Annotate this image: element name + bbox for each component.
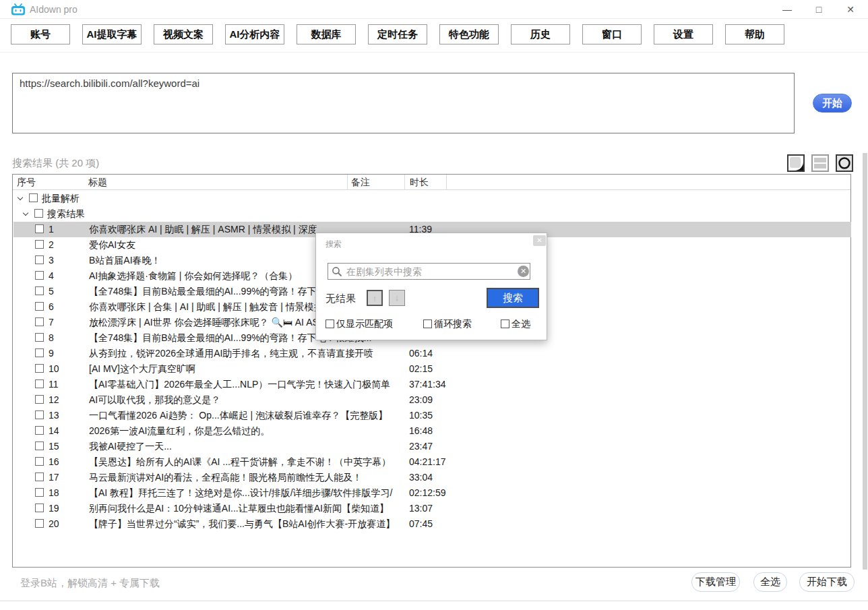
table-row[interactable]: 16【吴恩达】给所有人的AI课《AI ...程干货讲解，拿走不谢！（中英字幕）0… [13, 454, 851, 470]
checkbox-icon[interactable] [423, 319, 432, 328]
tree-node-search-results[interactable]: 搜索结果 [13, 206, 850, 222]
row-checkbox[interactable] [35, 286, 44, 295]
app-window: AIdown pro — □ ✕ 账号AI提取字幕视频文案AI分析内容数据库定时… [0, 0, 868, 610]
table-row[interactable]: 11【AI零基础入门】2026年最全人工...NLP）一口气学完！快速入门极简单… [13, 377, 851, 392]
toolbar-button-account[interactable]: 账号 [11, 24, 70, 44]
start-download-button[interactable]: 开始下载 [799, 572, 855, 592]
checkbox-icon[interactable] [326, 319, 334, 328]
window-bottom-edge [0, 601, 868, 601]
table-row[interactable]: 12AI可以取代我，那我的意义是？23:09 [13, 392, 851, 408]
select-all-checkbox[interactable]: 全选 [501, 318, 530, 329]
toolbar-button-settings[interactable]: 设置 [654, 24, 713, 44]
tree-checkbox[interactable] [29, 193, 38, 202]
row-index: 12 [49, 394, 59, 405]
table-row[interactable]: 18【AI 教程】拜托三连了！这绝对是你...设计/排版/详细步骤/软件排版学习… [13, 485, 851, 501]
previous-match-button[interactable]: ↑ [367, 290, 383, 306]
column-header-duration: 时长 [410, 177, 429, 189]
row-checkbox[interactable] [35, 255, 44, 264]
table-row[interactable]: 10[AI MV]这个大厅真空旷啊02:15 [13, 361, 851, 377]
chevron-down-icon[interactable] [18, 195, 23, 200]
row-checkbox[interactable] [35, 441, 44, 450]
column-divider [404, 175, 405, 190]
circle-view-icon[interactable] [836, 154, 853, 172]
row-checkbox[interactable] [35, 224, 44, 233]
option-label: 仅显示匹配项 [336, 318, 393, 329]
toolbar-button-ai-content-analysis[interactable]: AI分析内容 [225, 24, 284, 44]
row-checkbox[interactable] [35, 395, 44, 404]
download-manager-button[interactable]: 下载管理 [691, 572, 740, 592]
row-duration: 13:07 [409, 503, 433, 514]
row-checkbox[interactable] [35, 457, 44, 466]
row-checkbox[interactable] [35, 426, 44, 435]
url-input[interactable]: https://search.bilibili.com/all?keyword=… [12, 73, 795, 133]
row-duration: 02:12:59 [409, 487, 446, 498]
row-checkbox[interactable] [35, 504, 44, 512]
loop-search-checkbox[interactable]: 循环搜索 [423, 318, 472, 329]
clear-input-icon[interactable]: ✕ [518, 266, 529, 277]
row-index: 18 [49, 487, 59, 498]
show-matched-only-checkbox[interactable]: 仅显示匹配项 [326, 318, 393, 329]
next-match-button[interactable]: ↓ [389, 290, 405, 306]
row-index: 11 [49, 379, 59, 390]
start-button[interactable]: 开始 [813, 94, 852, 113]
row-checkbox[interactable] [35, 519, 44, 528]
table-row[interactable]: 13一口气看懂2026 Ai趋势： Op...体崛起 | 泡沫破裂后谁幸存？【完… [13, 408, 851, 423]
row-checkbox[interactable] [35, 317, 44, 326]
dialog-search-button[interactable]: 搜索 [487, 288, 539, 308]
row-checkbox[interactable] [35, 472, 44, 481]
column-divider [347, 175, 348, 190]
checkbox-icon[interactable] [501, 319, 509, 328]
dialog-search-input[interactable]: 在剧集列表中搜索 ✕ [328, 263, 530, 280]
table-row[interactable]: 15我被AI硬控了一天...23:47 [13, 439, 851, 454]
row-checkbox[interactable] [35, 379, 44, 388]
row-duration: 23:09 [409, 394, 433, 405]
row-index: 20 [49, 518, 59, 529]
row-checkbox[interactable] [35, 302, 44, 311]
toolbar-button-featured-functions[interactable]: 特色功能 [439, 24, 499, 44]
row-duration: 16:48 [409, 425, 433, 436]
select-all-button[interactable]: 全选 [753, 572, 787, 592]
row-checkbox[interactable] [35, 348, 44, 357]
table-row[interactable]: 142026第一波AI流量红利，你是怎么错过的。16:48 [13, 423, 851, 439]
toolbar-button-database[interactable]: 数据库 [297, 24, 356, 44]
table-row[interactable]: 9从夯到拉，锐评2026全球通用AI助手排名，纯主观，不喜请直接开喷06:14 [13, 346, 851, 361]
row-title: 【吴恩达】给所有人的AI课《AI ...程干货讲解，拿走不谢！（中英字幕） [89, 456, 406, 468]
row-index: 19 [49, 503, 59, 514]
chevron-down-icon[interactable] [23, 210, 28, 216]
tree-node-batch-parse[interactable]: 批量解析 [13, 191, 850, 206]
toolbar-button-window[interactable]: 窗口 [582, 24, 642, 44]
toolbar-button-ai-subtitle-extract[interactable]: AI提取字幕 [82, 24, 142, 44]
page-curl-icon[interactable] [787, 154, 805, 172]
scrollbar[interactable] [863, 153, 867, 570]
table-row[interactable]: 19别再问我什么是AI：10分钟速通AI...让草履虫也能看懂AI新闻【柴知道】… [13, 501, 851, 516]
row-checkbox[interactable] [35, 271, 44, 280]
row-checkbox[interactable] [35, 333, 44, 342]
row-duration: 06:14 [409, 348, 433, 359]
row-checkbox[interactable] [35, 488, 44, 497]
toolbar-button-scheduled-tasks[interactable]: 定时任务 [368, 24, 427, 44]
maximize-button[interactable]: □ [808, 0, 830, 19]
toolbar-button-video-copywriting[interactable]: 视频文案 [154, 24, 213, 44]
close-button[interactable]: ✕ [840, 0, 861, 19]
titlebar[interactable]: AIdown pro — □ ✕ [0, 0, 868, 19]
toolbar-button-history[interactable]: 历史 [511, 24, 570, 44]
row-index: 2 [49, 239, 54, 250]
row-duration: 10:35 [409, 410, 433, 421]
row-index: 10 [49, 363, 59, 374]
dialog-title: 搜索 [326, 239, 342, 250]
toolbar-button-help[interactable]: 帮助 [725, 24, 784, 44]
row-checkbox[interactable] [35, 410, 44, 419]
minimize-button[interactable]: — [776, 0, 798, 19]
tree-checkbox[interactable] [34, 209, 43, 218]
table-row[interactable]: 17马云最新演讲对AI的看法，全程高能！眼光格局前瞻性无人能及！33:04 [13, 470, 851, 485]
row-checkbox[interactable] [35, 364, 44, 373]
row-checkbox[interactable] [35, 240, 44, 249]
rows-view-icon[interactable] [811, 154, 829, 172]
app-title: AIdown pro [30, 4, 78, 15]
row-index: 7 [49, 317, 54, 328]
tree-node-label: 批量解析 [42, 193, 80, 205]
dialog-close-icon[interactable]: ✕ [533, 235, 546, 246]
table-row[interactable]: 20【牌子】当世界过分“诚实”，我们要...与勇气【B站AI创作大赛-开放赛道】… [13, 516, 851, 532]
row-title: 【牌子】当世界过分“诚实”，我们要...与勇气【B站AI创作大赛-开放赛道】 [89, 518, 406, 530]
row-title: 2026第一波AI流量红利，你是怎么错过的。 [89, 425, 406, 437]
